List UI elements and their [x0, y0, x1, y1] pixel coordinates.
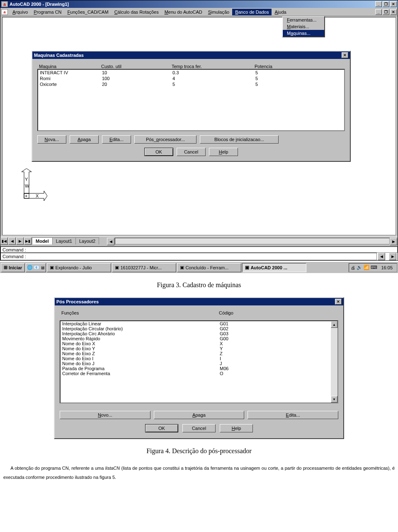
clock[interactable]: 16:05 — [379, 265, 395, 270]
list-item[interactable]: Parada de ProgramaM06 — [61, 366, 331, 371]
menu-arquivo[interactable]: Arquivo — [10, 9, 31, 15]
quick-launch: 🌐 📧 🖥 — [26, 263, 46, 272]
tab-layout2[interactable]: Layout2 — [75, 237, 99, 244]
list-item[interactable]: Nome do Eixo XX — [61, 341, 331, 346]
list-item[interactable]: Corretor de FerramentaO — [61, 371, 331, 376]
dropdown-materiais[interactable]: Materiais... — [283, 23, 324, 30]
dialog2-title-bar[interactable]: Pós Processadores ✕ — [55, 298, 343, 305]
tab-nav-last-icon[interactable]: ▶▮ — [24, 237, 32, 245]
cancel-button[interactable]: Cancel — [182, 424, 216, 432]
hscroll-left-icon[interactable]: ◀ — [107, 238, 114, 245]
desktop-icon[interactable]: 🖥 — [40, 265, 45, 270]
tab-nav-next-icon[interactable]: ▶ — [16, 237, 24, 245]
mdi-minimize-icon[interactable]: _ — [375, 9, 382, 15]
scroll-down-icon[interactable]: ▼ — [331, 396, 337, 403]
ie-icon[interactable]: 🌐 — [27, 265, 33, 270]
tray-icon[interactable]: ⌨ — [371, 265, 377, 270]
mdi-close-icon[interactable]: ✕ — [390, 9, 397, 15]
tray-icon[interactable]: 🖨 — [351, 265, 355, 270]
menu-funcoes[interactable]: Funções_CAD/CAM — [65, 9, 112, 15]
taskbar-button[interactable]: ▣161032277J - Micr... — [112, 263, 176, 272]
drawing-canvas[interactable]: Maquinas Cadastradas ✕ Maquina Custo. ut… — [2, 17, 396, 235]
dialog-title-bar[interactable]: Maquinas Cadastradas ✕ — [32, 51, 350, 59]
cmd-hscroll[interactable]: ◀ ▶ — [377, 253, 398, 260]
pos-proc-listbox[interactable]: Interpolação LinearG01Interpolação Circu… — [60, 320, 338, 403]
app-icon: ▣ — [180, 265, 184, 270]
ok-button[interactable]: OK — [144, 148, 173, 156]
list-item[interactable]: Nome do Eixo ZZ — [61, 351, 331, 356]
hscroll-right-icon[interactable]: ▶ — [390, 238, 397, 245]
taskbar-button[interactable]: ▣Concluído - Ferram... — [177, 263, 241, 272]
table-row[interactable]: Romi10045 — [38, 76, 344, 81]
tab-nav-prev-icon[interactable]: ◀ — [8, 237, 16, 245]
tab-nav-first-icon[interactable]: ▮◀ — [0, 237, 8, 245]
list-item[interactable]: Nome do Eixo YY — [61, 346, 331, 351]
list-item[interactable]: Interpolação Circular (horário)G02 — [61, 326, 331, 331]
list-item[interactable]: Movimento RápidoG00 — [61, 336, 331, 341]
list-item[interactable]: Interpolação Circ AhorárioG03 — [61, 331, 331, 336]
col-maquina: Maquina — [39, 64, 101, 69]
tray-icon[interactable]: 📶 — [364, 265, 369, 270]
table-row[interactable]: INTERACT IV100.35 — [38, 70, 344, 76]
edita-button[interactable]: Edita... — [102, 135, 131, 144]
svg-text:W: W — [25, 183, 29, 188]
ucs-icon: Y W X + — [10, 168, 47, 207]
dialog2-title: Pós Processadores — [56, 299, 99, 304]
tab-model[interactable]: Model — [32, 237, 53, 244]
apaga-button[interactable]: Apaga — [154, 411, 245, 419]
col-codigo: Código — [219, 310, 337, 315]
menu-autocad[interactable]: Menu do AutoCAD — [162, 9, 205, 15]
apaga-button[interactable]: Apaga — [70, 135, 99, 144]
menu-simulacao[interactable]: Simulação — [205, 9, 232, 15]
start-button[interactable]: ⊞ Iniciar — [1, 263, 25, 272]
taskbar-button[interactable]: ▣AutoCAD 2000 ... — [242, 263, 306, 272]
menu-programa[interactable]: Programa CN — [31, 9, 64, 15]
dialog-close-icon[interactable]: ✕ — [342, 52, 348, 58]
cancel-button[interactable]: Cancel — [177, 148, 206, 156]
nova-button[interactable]: Nova... — [37, 135, 66, 144]
ok-button[interactable]: OK — [145, 424, 178, 432]
command-line[interactable]: Command : — [0, 253, 377, 260]
help-button[interactable]: Help — [220, 424, 253, 432]
doc-logo-icon[interactable]: a — [1, 9, 8, 15]
close-icon[interactable]: ✕ — [390, 1, 397, 7]
app-logo-icon: a — [1, 1, 8, 7]
blocos-button[interactable]: Blocos de inicializacao... — [200, 135, 279, 144]
cmd-scroll-left-icon[interactable]: ◀ — [378, 253, 385, 260]
vscroll[interactable]: ▲ ▼ — [331, 321, 337, 403]
dialog2-close-icon[interactable]: ✕ — [335, 299, 342, 305]
outlook-icon[interactable]: 📧 — [34, 265, 39, 270]
dropdown-ferramentas[interactable]: Ferramentas... — [283, 17, 324, 23]
table-row[interactable]: Oxicorte2055 — [38, 81, 344, 87]
figure-caption-4: Figura 4. Descrição do pós-processador — [0, 447, 398, 455]
scroll-up-icon[interactable]: ▲ — [331, 321, 337, 328]
maquinas-listbox[interactable]: INTERACT IV100.35Romi10045Oxicorte2055 — [37, 69, 345, 131]
taskbar-button[interactable]: ▣Explorando - Julio — [47, 263, 111, 272]
app-icon: ▣ — [50, 265, 54, 270]
menu-ajuda[interactable]: Ajuda — [272, 9, 289, 15]
menu-banco-dados[interactable]: Banco de Dados — [232, 9, 272, 15]
cmd-scroll-right-icon[interactable]: ▶ — [389, 253, 396, 260]
tray-icon[interactable]: 🔊 — [357, 265, 362, 270]
novo-button[interactable]: Novo... — [60, 411, 150, 419]
tab-layout1[interactable]: Layout1 — [52, 237, 76, 244]
pos-processador-button[interactable]: Pós_processador... — [134, 135, 197, 144]
dropdown-maquinas[interactable]: Maquinas... — [283, 30, 324, 37]
help-button[interactable]: Help — [209, 148, 238, 156]
mdi-restore-icon[interactable]: ❐ — [383, 9, 389, 15]
minimize-icon[interactable]: _ — [375, 1, 382, 7]
body-paragraph: A obtenção do programa CN, referente a u… — [0, 463, 398, 489]
edita-button[interactable]: Edita... — [248, 411, 338, 419]
svg-text:+: + — [25, 193, 27, 198]
app-icon: ▣ — [245, 265, 249, 270]
list-item[interactable]: Interpolação LinearG01 — [61, 321, 331, 326]
restore-icon[interactable]: ❐ — [383, 1, 389, 7]
command-line[interactable]: Command : — [0, 246, 398, 253]
list-item[interactable]: Nome do Eixo II — [61, 356, 331, 361]
title-bar[interactable]: a AutoCAD 2000 - [Drawing1] _ ❐ ✕ — [0, 0, 398, 8]
menu-calculo[interactable]: Cálculo das Rotações — [112, 9, 162, 15]
figure-caption-3: Figura 3. Cadastro de máquinas — [0, 281, 398, 289]
list-item[interactable]: Nome do Eixo JJ — [61, 361, 331, 366]
hscroll[interactable]: ◀ ▶ — [107, 238, 398, 244]
menu-bar: a Arquivo Programa CN Funções_CAD/CAM Cá… — [0, 8, 398, 16]
